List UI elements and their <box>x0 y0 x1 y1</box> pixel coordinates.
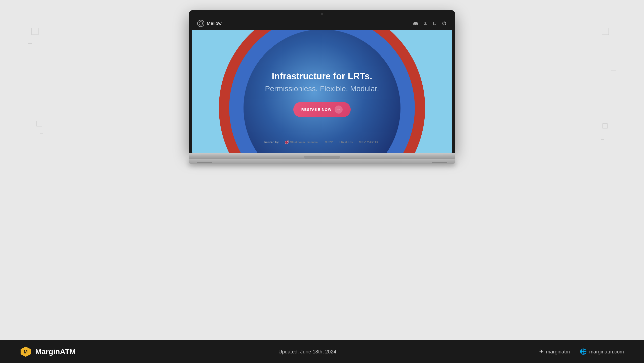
hero-title: Infrastructure for LRTs. <box>247 71 397 82</box>
bg-square <box>602 28 609 35</box>
hero-section: Infrastructure for LRTs. Permissionless.… <box>192 30 452 153</box>
mev-capital-label: MEV CAPITAL <box>359 140 381 144</box>
laptop-base <box>189 153 455 159</box>
trusted-logos: 🥩 Steakhouse Financial ⊞ P2P ≡ Re7Labs M… <box>285 140 381 144</box>
laptop-mockup: Mellow <box>189 10 455 164</box>
laptop-feet <box>197 162 447 163</box>
bg-square <box>611 71 616 76</box>
trusted-steakhouse: 🥩 Steakhouse Financial <box>285 140 318 144</box>
footer-updated-text: Updated: June 18th, 2024 <box>278 349 336 355</box>
telegram-link[interactable]: ✈ marginatm <box>539 348 570 355</box>
laptop-screen-frame: Mellow <box>189 10 455 153</box>
bg-square <box>601 136 604 140</box>
updated-label: Updated: June 18th, 2024 <box>278 349 336 354</box>
bookmark-icon[interactable] <box>432 21 437 26</box>
website-url: marginatm.com <box>589 349 624 355</box>
logo-svg: M <box>20 346 31 358</box>
footer-brand-name: MarginATM <box>35 347 76 356</box>
re7labs-label: ≡ Re7Labs <box>339 141 353 144</box>
steakhouse-label: Steakhouse Financial <box>290 141 318 144</box>
telegram-icon: ✈ <box>539 348 544 355</box>
footer-links: ✈ marginatm 🌐 marginatm.com <box>539 348 624 355</box>
steakhouse-icon: 🥩 <box>285 140 289 144</box>
laptop-foot-right <box>432 162 447 163</box>
browser-app-title: Mellow <box>207 21 222 26</box>
trusted-by-section: Trusted by: 🥩 Steakhouse Financial ⊞ P2P… <box>263 140 381 144</box>
trusted-mev-capital: MEV CAPITAL <box>359 140 381 144</box>
bg-square <box>31 28 38 35</box>
restake-button-label: RESTAKE NOW <box>301 108 332 112</box>
trusted-label: Trusted by: <box>263 140 280 144</box>
laptop-bottom <box>189 159 455 164</box>
footer-bar: M MarginATM Updated: June 18th, 2024 ✈ m… <box>0 340 644 363</box>
globe-icon: 🌐 <box>580 348 587 355</box>
trusted-p2p: ⊞ P2P <box>325 141 333 144</box>
p2p-label: ⊞ P2P <box>325 141 333 144</box>
trusted-re7labs: ≡ Re7Labs <box>339 141 353 144</box>
bg-square <box>40 134 43 137</box>
browser-chrome: Mellow <box>192 17 452 30</box>
twitter-x-icon[interactable] <box>423 21 428 26</box>
margin-atm-logo: M <box>20 346 31 357</box>
hero-content: Infrastructure for LRTs. Permissionless.… <box>247 71 397 117</box>
github-icon[interactable] <box>442 21 447 26</box>
browser-nav-icons <box>413 21 447 26</box>
restake-now-button[interactable]: RESTAKE NOW → <box>293 102 351 117</box>
laptop-camera <box>321 13 323 15</box>
bg-square <box>36 121 42 126</box>
laptop-hinge <box>304 156 340 159</box>
footer-brand: M MarginATM <box>20 346 76 357</box>
button-arrow-icon: → <box>335 106 343 114</box>
website-link[interactable]: 🌐 marginatm.com <box>580 348 624 355</box>
laptop-foot-left <box>197 162 212 163</box>
discord-icon[interactable] <box>413 21 418 26</box>
bg-square <box>28 39 32 44</box>
svg-text:M: M <box>24 349 27 354</box>
mellow-logo-icon <box>197 20 204 27</box>
telegram-handle: marginatm <box>546 349 570 355</box>
laptop-screen: Mellow <box>192 17 452 153</box>
bg-square <box>602 123 608 128</box>
browser-logo-area: Mellow <box>197 20 222 27</box>
hero-subtitle: Permissionless. Flexible. Modular. <box>247 84 397 93</box>
